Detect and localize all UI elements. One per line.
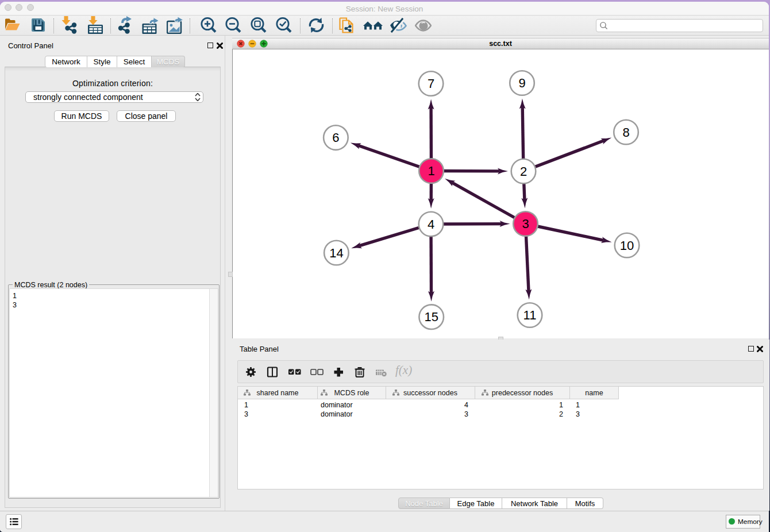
svg-text:10: 10 <box>620 238 634 253</box>
svg-text:2: 2 <box>520 164 527 179</box>
svg-text:14: 14 <box>329 246 343 260</box>
svg-text:1: 1 <box>428 164 434 178</box>
svg-text:4: 4 <box>428 217 434 232</box>
svg-text:6: 6 <box>332 130 339 145</box>
svg-text:3: 3 <box>522 217 529 231</box>
svg-text:8: 8 <box>622 125 629 140</box>
svg-text:11: 11 <box>523 308 537 322</box>
svg-text:15: 15 <box>424 310 438 324</box>
svg-text:7: 7 <box>428 76 434 91</box>
svg-text:9: 9 <box>518 76 525 90</box>
